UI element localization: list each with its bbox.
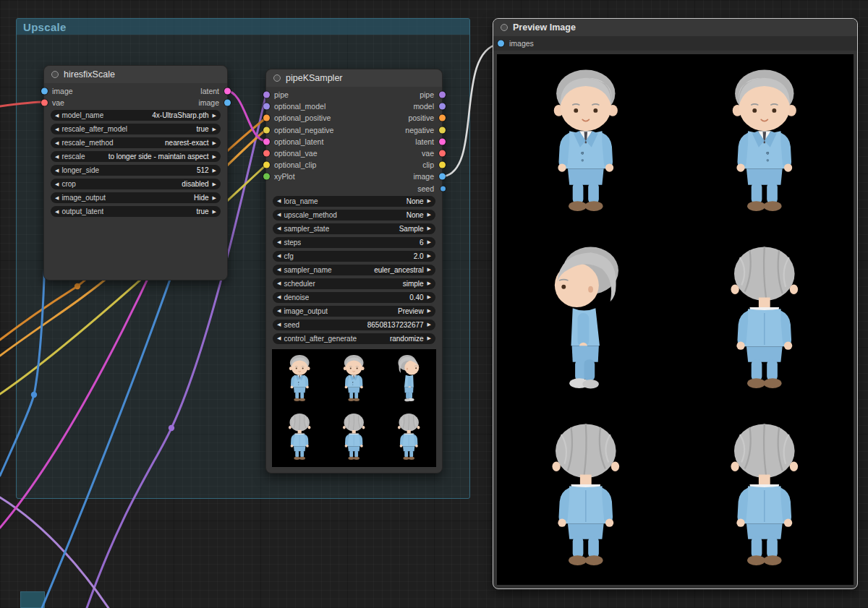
prev-arrow-icon[interactable]: ◀ — [55, 181, 59, 187]
widget-rescale-after-model[interactable]: ◀ rescale_after_model true ▶ — [51, 124, 221, 134]
input-port-vae[interactable] — [41, 100, 48, 106]
node-pipeksampler[interactable]: pipeKSampler pipe pipe optional_model mo… — [265, 69, 443, 474]
widget-seed[interactable]: ◀ seed 86508137232677 ▶ — [273, 320, 435, 330]
input-port-optional-latent[interactable] — [263, 138, 270, 145]
next-arrow-icon[interactable]: ▶ — [427, 308, 431, 314]
widget-value: Hide — [194, 194, 209, 202]
next-arrow-icon[interactable]: ▶ — [427, 281, 431, 286]
next-arrow-icon[interactable]: ▶ — [427, 267, 431, 273]
next-arrow-icon[interactable]: ▶ — [213, 181, 216, 187]
output-port-vae[interactable] — [439, 150, 446, 157]
widget-value: 6 — [420, 239, 424, 247]
prev-arrow-icon[interactable]: ◀ — [55, 168, 59, 174]
node-preview-image[interactable]: Preview Image images — [493, 18, 858, 589]
prev-arrow-icon[interactable]: ◀ — [277, 335, 281, 341]
node-pipeksampler-titlebar[interactable]: pipeKSampler — [266, 69, 442, 87]
widget-model-name[interactable]: ◀ model_name 4x-UltraSharp.pth ▶ — [51, 110, 221, 121]
next-arrow-icon[interactable]: ▶ — [213, 154, 216, 160]
group-upscale-header[interactable]: Upscale — [17, 19, 469, 35]
widget-value: true — [196, 125, 208, 133]
widget-label: model_name — [61, 111, 103, 119]
prev-arrow-icon[interactable]: ◀ — [277, 322, 281, 327]
collapse-dot-icon[interactable] — [273, 74, 281, 82]
output-port-model[interactable] — [439, 103, 446, 110]
next-arrow-icon[interactable]: ▶ — [427, 294, 431, 300]
widget-label: output_latent — [61, 207, 103, 215]
node-hiresfixscale-titlebar[interactable]: hiresfixScale — [44, 66, 227, 83]
prev-arrow-icon[interactable]: ◀ — [55, 195, 59, 201]
input-port-pipe[interactable] — [263, 92, 270, 98]
next-arrow-icon[interactable]: ▶ — [213, 209, 216, 215]
next-arrow-icon[interactable]: ▶ — [427, 253, 431, 259]
input-port-images[interactable] — [498, 40, 504, 47]
next-arrow-icon[interactable]: ▶ — [427, 239, 431, 245]
next-arrow-icon[interactable]: ▶ — [213, 140, 216, 146]
next-arrow-icon[interactable]: ▶ — [213, 127, 216, 132]
prev-arrow-icon[interactable]: ◀ — [277, 253, 281, 259]
widget-longer-side[interactable]: ◀ longer_side 512 ▶ — [51, 165, 221, 176]
prev-arrow-icon[interactable]: ◀ — [277, 212, 281, 218]
widget-lora-name[interactable]: ◀ lora_name None ▶ — [273, 196, 435, 207]
widget-image-output[interactable]: ◀ image_output Hide ▶ — [51, 192, 221, 203]
widget-cfg[interactable]: ◀ cfg 2.0 ▶ — [273, 251, 435, 262]
next-arrow-icon[interactable]: ▶ — [427, 322, 431, 327]
output-port-positive[interactable] — [439, 115, 446, 121]
prev-arrow-icon[interactable]: ◀ — [277, 281, 281, 286]
input-port-xyplot[interactable] — [263, 174, 270, 180]
widget-scheduler[interactable]: ◀ scheduler simple ▶ — [273, 278, 435, 289]
output-port-image[interactable] — [224, 100, 231, 106]
prev-arrow-icon[interactable]: ◀ — [277, 239, 281, 245]
prev-arrow-icon[interactable]: ◀ — [55, 140, 59, 146]
collapse-dot-icon[interactable] — [501, 24, 508, 31]
output-port-negative[interactable] — [439, 127, 446, 133]
prev-arrow-icon[interactable]: ◀ — [55, 127, 59, 132]
prev-arrow-icon[interactable]: ◀ — [277, 226, 281, 231]
prev-arrow-icon[interactable]: ◀ — [277, 198, 281, 204]
next-arrow-icon[interactable]: ▶ — [427, 212, 431, 218]
input-port-optional-clip[interactable] — [263, 162, 270, 168]
output-port-latent[interactable] — [224, 88, 231, 95]
prev-arrow-icon[interactable]: ◀ — [55, 154, 59, 160]
node-hiresfixscale[interactable]: hiresfixScale image latent vae image ◀ m… — [43, 65, 228, 281]
widget-control-after-generate[interactable]: ◀ control_after_generate randomize ▶ — [273, 333, 435, 344]
prev-arrow-icon[interactable]: ◀ — [277, 308, 281, 314]
prev-arrow-icon[interactable]: ◀ — [277, 294, 281, 300]
next-arrow-icon[interactable]: ▶ — [213, 113, 216, 119]
widget-sampler-state[interactable]: ◀ sampler_state Sample ▶ — [273, 223, 435, 234]
preview-figure-three-quarter — [715, 61, 814, 224]
output-port-latent[interactable] — [439, 138, 446, 145]
input-port-optional-vae[interactable] — [263, 150, 270, 157]
next-arrow-icon[interactable]: ▶ — [427, 198, 431, 204]
input-port-image[interactable] — [41, 88, 48, 95]
output-port-clip[interactable] — [439, 162, 446, 168]
node-preview-image-titlebar[interactable]: Preview Image — [493, 19, 857, 36]
output-port-image[interactable] — [439, 174, 446, 180]
widget-sampler-name[interactable]: ◀ sampler_name euler_ancestral ▶ — [273, 265, 435, 275]
next-arrow-icon[interactable]: ▶ — [213, 195, 216, 201]
widget-output-latent[interactable]: ◀ output_latent true ▶ — [51, 206, 221, 217]
widget-value: 0.40 — [409, 294, 423, 301]
input-port-optional-positive[interactable] — [263, 115, 270, 121]
widget-rescale[interactable]: ◀ rescale to longer side - maintain aspe… — [51, 151, 221, 162]
output-label: seed — [417, 184, 434, 193]
collapse-dot-icon[interactable] — [51, 71, 59, 78]
output-port-pipe[interactable] — [439, 92, 446, 98]
output-port-seed[interactable] — [441, 186, 446, 191]
widget-value: 2.0 — [414, 252, 424, 260]
prev-arrow-icon[interactable]: ◀ — [277, 267, 281, 273]
widget-rescale-method[interactable]: ◀ rescale_method nearest-exact ▶ — [51, 137, 221, 148]
next-arrow-icon[interactable]: ▶ — [427, 335, 431, 341]
widget-upscale-method[interactable]: ◀ upscale_method None ▶ — [273, 210, 435, 220]
input-port-optional-negative[interactable] — [263, 127, 270, 133]
input-label: pipe — [274, 90, 289, 99]
next-arrow-icon[interactable]: ▶ — [213, 168, 216, 174]
widget-denoise[interactable]: ◀ denoise 0.40 ▶ — [273, 292, 435, 303]
input-port-optional-model[interactable] — [263, 103, 270, 110]
widget-image-output[interactable]: ◀ image_output Preview ▶ — [273, 306, 435, 317]
prev-arrow-icon[interactable]: ◀ — [55, 209, 59, 215]
widget-crop[interactable]: ◀ crop disabled ▶ — [51, 179, 221, 189]
widget-steps[interactable]: ◀ steps 6 ▶ — [273, 237, 435, 248]
next-arrow-icon[interactable]: ▶ — [427, 226, 431, 231]
prev-arrow-icon[interactable]: ◀ — [55, 113, 59, 119]
thumb-figure-back-turned — [284, 411, 315, 464]
